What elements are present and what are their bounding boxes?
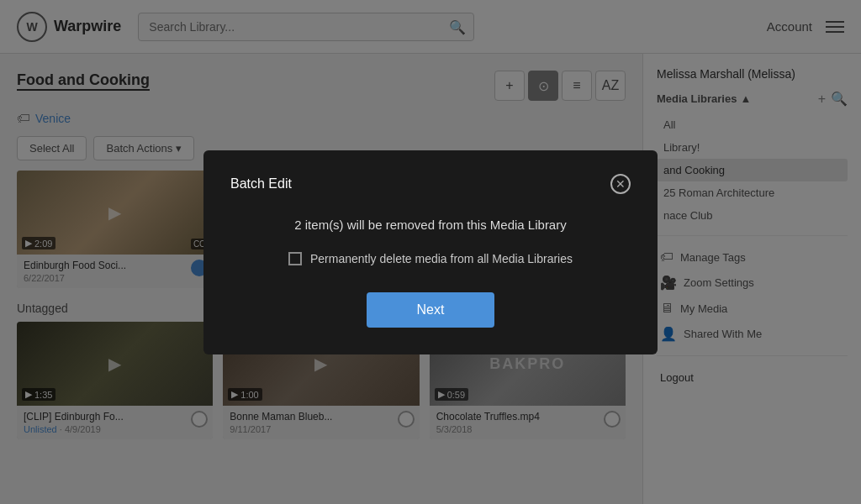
delete-permanently-label: Permanently delete media from all Media …: [310, 252, 573, 265]
modal-header: Batch Edit ✕: [230, 174, 631, 194]
modal-next-button[interactable]: Next: [367, 292, 495, 328]
modal-message: 2 item(s) will be removed from this Medi…: [230, 218, 631, 232]
modal-overlay: Batch Edit ✕ 2 item(s) will be removed f…: [0, 0, 861, 504]
modal-title: Batch Edit: [230, 176, 292, 192]
close-icon: ✕: [610, 174, 631, 194]
delete-permanently-checkbox[interactable]: [288, 252, 302, 265]
modal-close-button[interactable]: ✕: [610, 174, 631, 194]
batch-edit-modal: Batch Edit ✕ 2 item(s) will be removed f…: [203, 150, 658, 354]
modal-checkbox-row: Permanently delete media from all Media …: [230, 252, 631, 265]
